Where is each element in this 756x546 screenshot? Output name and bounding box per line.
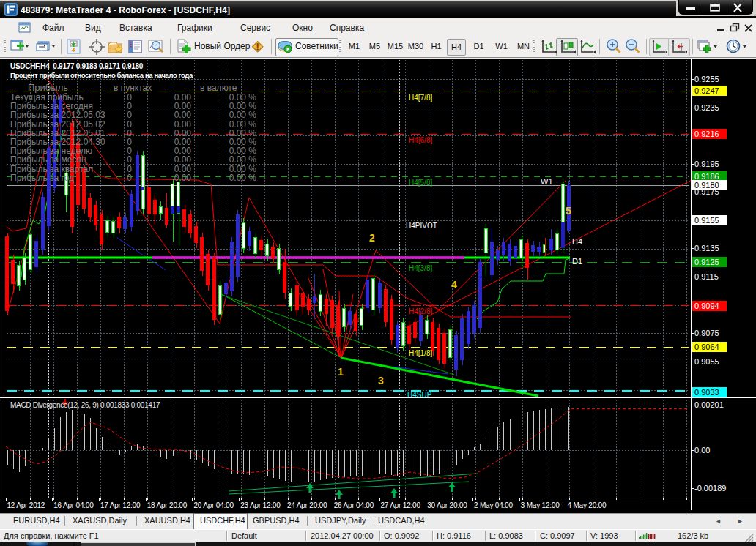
svg-text:Процент прибыли относительно б: Процент прибыли относительно баланса на … [10, 71, 193, 79]
svg-text:H4[6/8]: H4[6/8] [409, 136, 432, 144]
svg-text:в пунктах: в пунктах [114, 83, 152, 93]
svg-text:17 Apr 12:00: 17 Apr 12:00 [100, 501, 141, 509]
svg-text:H4PIVOT: H4PIVOT [406, 222, 437, 230]
svg-text:18 Apr 20:00: 18 Apr 20:00 [147, 501, 188, 509]
svg-text:0.9175: 0.9175 [694, 187, 719, 196]
svg-text:0.00201: 0.00201 [694, 400, 724, 409]
svg-text:4 May 20:00: 4 May 20:00 [568, 501, 607, 509]
svg-text:0.9247: 0.9247 [694, 86, 719, 95]
svg-text:2: 2 [369, 232, 375, 244]
svg-text:0.9125: 0.9125 [694, 258, 719, 266]
svg-text:H4[1/8]: H4[1/8] [409, 349, 432, 357]
svg-text:H4SUP: H4SUP [407, 391, 432, 399]
svg-text:H4[7/8]: H4[7/8] [409, 94, 432, 102]
svg-text:27 Apr 12:00: 27 Apr 12:00 [381, 501, 421, 509]
svg-text:3 May 12:00: 3 May 12:00 [521, 501, 560, 509]
svg-text:20 Apr 04:00: 20 Apr 04:00 [194, 501, 234, 509]
svg-text:W1: W1 [541, 177, 553, 186]
svg-text:в валюте: в валюте [200, 83, 237, 93]
svg-text:H4[3/8]: H4[3/8] [409, 264, 432, 272]
svg-text:0.9094: 0.9094 [694, 302, 719, 310]
svg-text:0.9115: 0.9115 [694, 272, 719, 281]
svg-text:30 Apr 20:00: 30 Apr 20:00 [427, 501, 467, 509]
svg-text:5: 5 [566, 205, 571, 217]
svg-text:26 Apr 04:00: 26 Apr 04:00 [334, 501, 374, 509]
svg-text:USDCHF,H4 0.9177 0.9183 0.917: USDCHF,H4 0.9177 0.9183 0.9171 0.9180 [10, 62, 144, 70]
svg-text:4: 4 [451, 279, 457, 291]
svg-text:24 Apr 20:00: 24 Apr 20:00 [287, 501, 327, 509]
svg-text:0.00 %: 0.00 % [229, 173, 257, 183]
svg-text:0.9135: 0.9135 [694, 244, 719, 253]
svg-text:H4[5/8]: H4[5/8] [409, 179, 432, 187]
svg-text:H4: H4 [572, 237, 582, 246]
svg-text:12 Apr 2012: 12 Apr 2012 [7, 501, 45, 509]
svg-text:23 Apr 12:00: 23 Apr 12:00 [240, 501, 281, 509]
svg-text:D1: D1 [572, 257, 582, 266]
svg-text:MACD Divergence(12, 26, 9) 0.0: MACD Divergence(12, 26, 9) 0.001833 0.00… [10, 401, 160, 409]
svg-text:0.00: 0.00 [174, 173, 192, 183]
svg-text:0.9155: 0.9155 [694, 216, 719, 225]
svg-text:-0.00189: -0.00189 [694, 484, 726, 493]
svg-text:0.9055: 0.9055 [694, 357, 719, 366]
svg-text:0.9255: 0.9255 [694, 75, 719, 83]
svg-text:0.9195: 0.9195 [694, 160, 719, 168]
svg-text:0.9186: 0.9186 [694, 172, 719, 181]
svg-text:0.9064: 0.9064 [694, 343, 719, 351]
svg-text:0.00: 0.00 [694, 446, 710, 455]
svg-text:1: 1 [338, 366, 344, 378]
svg-text:Прибыль за год: Прибыль за год [10, 173, 74, 183]
svg-text:3: 3 [378, 375, 384, 386]
svg-text:2 May 04:00: 2 May 04:00 [474, 501, 513, 509]
svg-text:Прибыль: Прибыль [28, 82, 68, 93]
svg-text:0.9033: 0.9033 [694, 388, 719, 397]
svg-text:0.9216: 0.9216 [694, 130, 719, 138]
svg-text:0: 0 [127, 173, 132, 183]
svg-text:0.9235: 0.9235 [694, 103, 719, 112]
svg-text:H4[2/8]: H4[2/8] [409, 307, 432, 315]
svg-text:16 Apr 04:00: 16 Apr 04:00 [53, 501, 94, 509]
svg-text:0.9075: 0.9075 [694, 329, 719, 337]
